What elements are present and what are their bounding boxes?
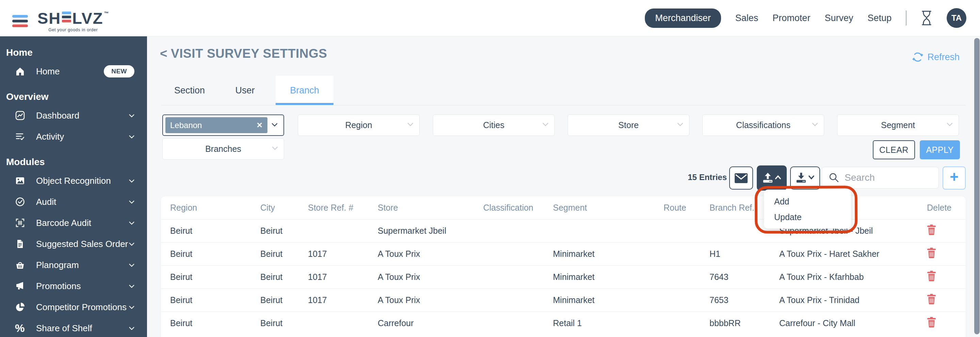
sidebar-item-suggested-sales-order[interactable]: Suggested Sales Order: [6, 236, 147, 252]
entries-count: 15 Entries: [640, 165, 727, 189]
barcode-audit-icon: [15, 218, 30, 228]
apply-button[interactable]: APPLY: [920, 140, 960, 159]
sidebar-item-label: Dashboard: [36, 111, 129, 121]
user-avatar[interactable]: TA: [947, 8, 966, 28]
chevron-down-icon: [946, 122, 953, 127]
sidebar-item-label: Audit: [36, 197, 129, 207]
sidebar-item-label: Planogram: [36, 260, 129, 271]
delete-icon[interactable]: [927, 271, 936, 281]
chevron-down-icon: [811, 122, 818, 127]
sidebar-item-dashboard[interactable]: Dashboard: [6, 108, 147, 123]
chevron-down-icon: [129, 326, 135, 330]
nav-item-survey[interactable]: Survey: [824, 13, 853, 24]
table-row[interactable]: Beirut Beirut 1017 A Toux Prix Minimarke…: [161, 242, 966, 265]
chevron-down-icon: [129, 242, 135, 246]
cell-region: Beirut: [170, 272, 260, 282]
column-header-classification[interactable]: Classification: [483, 203, 553, 213]
column-header-store-ref[interactable]: Store Ref. #: [308, 203, 378, 213]
menu-item-add[interactable]: Add: [764, 194, 851, 209]
main-content: < VISIT SURVEY SETTINGS Refresh Section …: [147, 36, 980, 337]
sidebar-item-label: Suggested Sales Order: [36, 239, 129, 249]
sidebar-item-share-of-shelf[interactable]: % Share of Shelf: [6, 320, 147, 336]
column-header-segment[interactable]: Segment: [553, 203, 663, 213]
cell-branch-ref: H1: [710, 249, 779, 259]
sidebar-item-activity[interactable]: Activity: [6, 129, 147, 144]
tab-section[interactable]: Section: [162, 76, 217, 105]
tabs-divider: [161, 105, 966, 105]
store-select[interactable]: Store: [568, 114, 689, 136]
app-logo: SH LVZ ™ Get your goods in order: [37, 10, 109, 32]
column-header-city[interactable]: City: [260, 203, 308, 213]
back-button[interactable]: <: [160, 46, 167, 61]
delete-icon[interactable]: [927, 294, 936, 304]
refresh-button[interactable]: Refresh: [912, 52, 959, 63]
clear-button[interactable]: CLEAR: [873, 140, 915, 159]
sidebar-item-audit[interactable]: Audit: [6, 194, 147, 210]
brand-tagline: Get your goods in order: [48, 27, 98, 32]
sidebar-item-promotions[interactable]: Promotions: [6, 278, 147, 294]
cell-city: Beirut: [260, 318, 308, 328]
nav-item-merchandiser[interactable]: Merchandiser: [645, 8, 721, 28]
segment-select[interactable]: Segment: [837, 114, 959, 136]
cities-select[interactable]: Cities: [433, 114, 555, 136]
sidebar-item-label: Home: [36, 66, 104, 77]
menu-icon[interactable]: [12, 15, 28, 27]
tab-branch[interactable]: Branch: [275, 76, 334, 105]
home-icon: [15, 66, 30, 76]
sidebar-item-object-recognition[interactable]: Object Recognition: [6, 173, 147, 188]
select-placeholder: Branches: [205, 144, 241, 154]
object-recognition-icon: [15, 176, 30, 186]
email-button[interactable]: [729, 166, 753, 190]
brand: SH LVZ ™ Get your goods in order: [0, 4, 109, 32]
selected-country-chip: Lebanon ✕: [165, 117, 267, 133]
column-header-store[interactable]: Store: [378, 203, 483, 213]
export-button[interactable]: [790, 166, 820, 190]
nav-item-setup[interactable]: Setup: [867, 13, 891, 24]
cell-branch: Carrefour - City Mall: [779, 318, 923, 328]
sidebar-item-barcode-audit[interactable]: Barcode Audit: [6, 215, 147, 231]
classifications-select[interactable]: Classifications: [702, 114, 824, 136]
column-header-route[interactable]: Route: [663, 203, 710, 213]
remove-chip-icon[interactable]: ✕: [256, 121, 263, 130]
sidebar-item-competitor-promotions[interactable]: Competitor Promotions: [6, 299, 147, 315]
import-button[interactable]: [757, 165, 787, 191]
chevron-down-icon: [271, 123, 278, 127]
table-row[interactable]: Beirut Beirut Carrefour Retail 1 bbbbRR …: [161, 312, 966, 335]
tab-user[interactable]: User: [218, 76, 272, 105]
sidebar-item-label: Share of Shelf: [36, 323, 129, 334]
top-nav: Merchandiser Sales Promoter Survey Setup…: [645, 8, 980, 28]
chevron-down-icon: [129, 135, 135, 139]
chevron-down-icon: [542, 122, 549, 127]
add-entry-button[interactable]: +: [943, 166, 966, 190]
column-header-region[interactable]: Region: [170, 203, 260, 213]
cell-city: Beirut: [260, 272, 308, 282]
cell-segment: Minimarket: [553, 295, 663, 305]
sidebar-item-home[interactable]: Home NEW: [6, 63, 147, 79]
page-title: < VISIT SURVEY SETTINGS: [160, 46, 327, 61]
sidebar: Home Home NEW Overview Dashboard Activit…: [0, 36, 147, 337]
table-row[interactable]: Beirut Beirut 1017 A Toux Prix Minimarke…: [161, 265, 966, 288]
table-row[interactable]: Beirut Beirut 1017 A Toux Prix Minimarke…: [161, 288, 966, 312]
vertical-scrollbar[interactable]: [974, 38, 980, 334]
branches-select[interactable]: Branches: [162, 138, 284, 160]
sidebar-item-label: Promotions: [36, 281, 129, 291]
delete-icon[interactable]: [927, 317, 936, 328]
cell-store-ref: 1017: [308, 249, 378, 259]
cell-branch-ref: 7653: [710, 295, 779, 305]
region-select[interactable]: Region: [298, 114, 420, 136]
sidebar-item-planogram[interactable]: Planogram: [6, 257, 147, 273]
hourglass-icon[interactable]: [921, 10, 932, 26]
menu-item-update[interactable]: Update: [764, 209, 851, 225]
search-input[interactable]: [845, 172, 923, 183]
country-select[interactable]: Lebanon ✕: [162, 114, 284, 136]
activity-icon: [15, 131, 30, 142]
cell-branch: A Toux Prix - Haret Sakher: [779, 249, 923, 259]
cell-store: A Toux Prix: [378, 295, 483, 305]
nav-item-promoter[interactable]: Promoter: [772, 13, 810, 24]
delete-icon[interactable]: [927, 225, 936, 235]
dashboard-icon: [15, 111, 30, 120]
column-header-delete: Delete: [923, 203, 966, 213]
select-placeholder: Classifications: [736, 120, 791, 130]
delete-icon[interactable]: [927, 248, 936, 258]
nav-item-sales[interactable]: Sales: [735, 13, 759, 24]
